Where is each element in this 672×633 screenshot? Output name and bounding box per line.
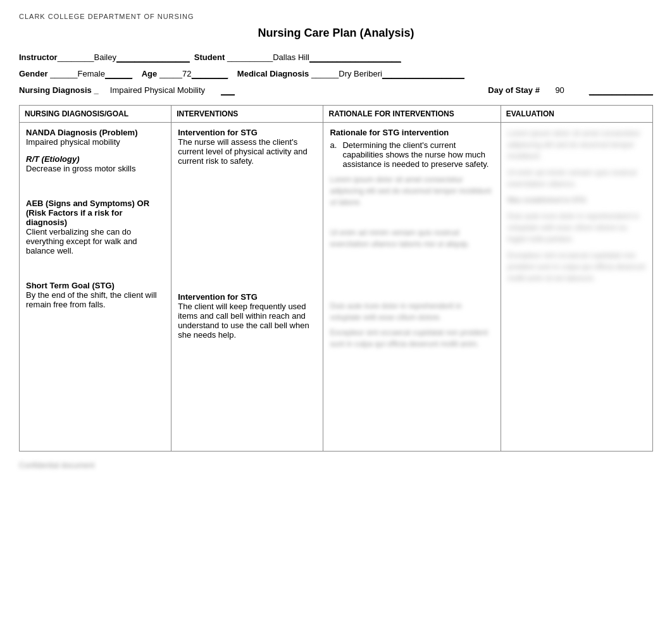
gender-value: Female [78,69,105,78]
day-of-stay-value: 90 [555,85,564,95]
intervention1-value: The nurse will assess the client's curre… [178,137,316,166]
header-diagnosis: NURSING DIAGNOSIS/GOAL [20,106,171,123]
nursing-diagnosis-blank: ___ [221,85,235,95]
header-evaluation: EVALUATION [501,106,652,123]
nursing-diagnosis-label: Nursing Diagnosis _ [19,85,99,95]
intervention2-label: Intervention for STG [178,292,316,302]
stg-label: Short Term Goal (STG) [26,281,165,290]
gender-blank1: ______ [50,69,77,78]
rationale-item-a-value: Determining the client's current capabil… [342,140,494,169]
day-of-stay-label: Day of Stay # [488,85,540,95]
gender-blank2: ______ [105,69,132,79]
medical-diagnosis-blank1: ______ [311,69,339,78]
intervention1-label: Intervention for STG [178,128,316,137]
rt-value: Decrease in gross motor skills [26,164,165,173]
rationale-blurred-3: Duis aute irure dolor in reprehenderit i… [330,300,494,350]
page-title: Nursing Care Plan (Analysis) [19,27,653,40]
instructor-blank1: ________ [58,52,94,62]
day-of-stay-blank: ______________ [589,85,653,95]
rt-label: R/T (Etiology) [26,154,165,164]
student-value: Dallas Hill [273,52,309,62]
gender-label: Gender [19,69,48,78]
aeb-value: Client verbalizing she can do everything… [26,227,165,255]
nanda-label: NANDA Diagnosis (Problem) [26,128,165,137]
student-blank2: ____________________ [309,52,401,63]
rationale-blurred-1: Lorem ipsum dolor sit amet consectetur a… [330,174,494,208]
rationale-item-a-letter: a. [330,140,339,169]
age-label: Age [142,69,158,78]
header-interventions: INTERVENTIONS [171,106,323,123]
student-label: Student [194,52,225,62]
diagnosis-goal-cell: NANDA Diagnosis (Problem) Impaired physi… [20,123,171,452]
nursing-diagnosis-value: Impaired Physical Mobility [110,85,205,95]
instructor-blank2: ________________ [116,52,190,63]
evaluation-content: Lorem ipsum dolor sit amet consectetur a… [507,128,646,284]
medical-diagnosis-label: Medical Diagnosis [237,69,309,78]
age-blank2: ________ [192,69,228,79]
institution-name: CLARK COLLEGE DEPARTMENT OF NURSING [19,13,653,20]
header-rationale: RATIONALE FOR INTERVENTIONS [323,106,501,123]
aeb-label: AEB (Signs and Symptoms) OR (Risk Factor… [26,199,165,227]
student-blank1: __________ [227,52,273,62]
instructor-value: Bailey [94,52,116,62]
rationale-blurred-2: Ut enim ad minim veniam quis nostrud exe… [330,227,494,250]
page-footer: Confidential document [19,461,653,470]
rationale-cell: Rationale for STG intervention a. Determ… [323,123,501,452]
rationale-label: Rationale for STG intervention [330,128,494,137]
intervention2-value: The client will keep frequently used ite… [178,302,316,340]
nanda-value: Impaired physical mobility [26,137,165,147]
medical-diagnosis-value: Dry Beriberi [339,69,382,78]
interventions-cell: Intervention for STG The nurse will asse… [171,123,323,452]
instructor-label: Instructor [19,52,58,62]
age-value: 72 [182,69,191,78]
age-blank1: _____ [159,69,182,78]
stg-value: By the end of the shift, the client will… [26,290,165,309]
care-plan-table: NURSING DIAGNOSIS/GOAL INTERVENTIONS RAT… [19,105,653,452]
evaluation-cell: Lorem ipsum dolor sit amet consectetur a… [501,123,652,452]
medical-diagnosis-blank2: __________________ [382,69,464,79]
